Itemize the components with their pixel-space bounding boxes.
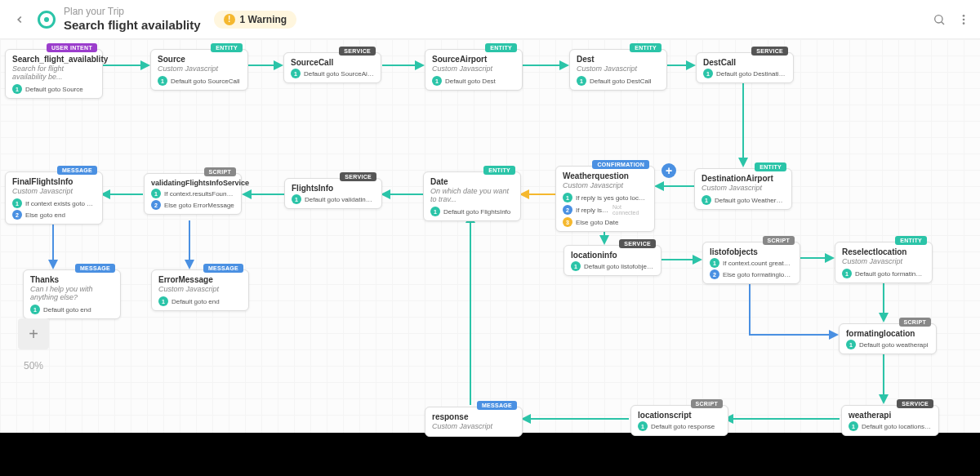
tag-message: MESSAGE (203, 264, 243, 273)
node-dest[interactable]: ENTITY Dest Custom Javascript 1Default g… (569, 49, 667, 91)
flow-canvas[interactable]: USER INTENT Search_flight_availablity Se… (0, 39, 980, 433)
node-title: Reselectlocation (842, 247, 925, 256)
header: Plan your Trip Search flight availablity… (0, 0, 980, 39)
node-destcall[interactable]: SERVICE DestCall 1Default goto Destinati… (696, 52, 794, 83)
node-sourceairport[interactable]: ENTITY SourceAirport Custom Javascript 1… (425, 49, 523, 91)
node-subtitle: Custom Javascript (563, 181, 648, 189)
node-errormessage[interactable]: MESSAGE ErrorMessage Custom Javascript 1… (151, 269, 249, 311)
tag-message: MESSAGE (477, 401, 517, 410)
node-subtitle: Custom Javascript (432, 422, 515, 430)
node-row[interactable]: 1Default goto validatingFlightsInfoServi… (292, 194, 375, 205)
node-subtitle: Custom Javascript (702, 184, 785, 192)
tag-entity: ENTITY (211, 43, 243, 52)
node-title: Dest (577, 55, 660, 64)
node-title: SourceAirport (432, 55, 515, 64)
node-thanks[interactable]: MESSAGE Thanks Can I help you with anyth… (23, 269, 121, 319)
node-title: Date (430, 177, 514, 186)
node-title: DestinationAirport (702, 174, 785, 183)
tag-user-intent: USER INTENT (47, 43, 97, 52)
node-row[interactable]: 1Default goto FlightsInfo (430, 206, 514, 217)
warning-text: 1 Warning (240, 14, 287, 25)
tag-script: SCRIPT (204, 167, 236, 176)
node-row[interactable]: 1If context.resultsFound equals to true … (151, 188, 234, 199)
tag-script: SCRIPT (763, 236, 795, 245)
node-title: formatinglocation (846, 329, 929, 338)
node-row[interactable]: 1Default goto DestCall (577, 75, 660, 87)
add-node-button[interactable]: + (662, 163, 676, 178)
tag-confirmation: CONFIRMATION (592, 160, 649, 169)
node-row[interactable]: 1If context.count greater than 1 goto Re… (710, 257, 793, 269)
tag-service: SERVICE (897, 399, 933, 408)
node-formatinglocation[interactable]: SCRIPT formatinglocation 1Default goto w… (839, 323, 937, 354)
bottom-black-bar (0, 433, 980, 476)
node-row[interactable]: 1Default goto Weatherquestion (702, 194, 785, 206)
svg-line-1 (942, 21, 944, 24)
node-row[interactable]: 2If reply is noNot connected (563, 203, 648, 216)
tag-service: SERVICE (340, 172, 376, 181)
node-subtitle: Custom Javascript (842, 257, 925, 265)
svg-point-3 (963, 18, 965, 20)
node-row[interactable]: 1Default goto weatherapi (846, 339, 929, 350)
tag-message: MESSAGE (75, 264, 115, 273)
node-flightsinfo[interactable]: SERVICE FlightsInfo 1Default goto valida… (284, 178, 382, 209)
tag-entity: ENTITY (895, 236, 927, 245)
warning-pill[interactable]: ! 1 Warning (214, 11, 297, 29)
node-row[interactable]: 1If reply is yes goto locationinfo (563, 192, 648, 203)
node-title: FlightsInfo (292, 184, 375, 193)
node-row[interactable]: 1Default goto SourceAirport (291, 68, 374, 79)
node-row[interactable]: 2Else goto end (12, 209, 96, 220)
node-source[interactable]: ENTITY Source Custom Javascript 1Default… (150, 49, 248, 91)
node-row[interactable]: 1Default goto response (638, 420, 721, 432)
node-title: Search_flight_availablity (12, 55, 96, 64)
node-title: SourceCall (291, 58, 374, 67)
title-block: Plan your Trip Search flight availablity (64, 6, 201, 32)
node-row[interactable]: 1Default goto end (30, 304, 114, 315)
node-row[interactable]: 1Default goto formatinglocation (842, 268, 925, 279)
zoom-in-button[interactable]: + (18, 318, 49, 349)
search-icon[interactable] (933, 13, 946, 26)
node-row[interactable]: 1Default goto locationscript (849, 420, 932, 432)
svg-point-2 (963, 15, 965, 17)
tag-service: SERVICE (339, 47, 376, 56)
node-row[interactable]: 2Else goto ErrorMessage (151, 199, 234, 211)
node-row[interactable]: 1Default goto Source (12, 83, 96, 95)
tag-message: MESSAGE (57, 166, 97, 175)
node-row[interactable]: 1Default goto DestinationAirport (703, 68, 786, 79)
node-row[interactable]: 1If context exists goto Thanks (12, 198, 96, 209)
node-weatherapi[interactable]: SERVICE weatherapi 1Default goto locatio… (841, 405, 939, 436)
node-title: ErrorMessage (158, 275, 242, 284)
page-title: Search flight availablity (64, 18, 201, 33)
node-intent[interactable]: USER INTENT Search_flight_availablity Se… (5, 49, 103, 99)
node-row[interactable]: 1Default goto SourceCall (158, 75, 241, 87)
tag-script: SCRIPT (691, 399, 723, 408)
tag-script: SCRIPT (899, 318, 931, 327)
node-row[interactable]: 1Default goto listofobjects (571, 260, 654, 272)
node-reselectlocation[interactable]: ENTITY Reselectlocation Custom Javascrip… (835, 242, 933, 283)
node-subtitle: On which date you want to trav... (430, 187, 514, 203)
node-row[interactable]: 2Else goto formatinglocation (710, 269, 793, 280)
node-response[interactable]: MESSAGE response Custom Javascript (425, 407, 523, 437)
tag-service: SERVICE (619, 239, 656, 248)
node-row[interactable]: 1Default goto end (158, 296, 242, 307)
node-listofobjects[interactable]: SCRIPT listofobjects 1If context.count g… (702, 242, 800, 284)
zoom-controls: + 50% (18, 318, 49, 377)
more-icon[interactable] (957, 13, 970, 26)
node-title: weatherapi (849, 411, 932, 420)
tag-entity: ENTITY (755, 162, 786, 171)
back-button[interactable] (10, 10, 29, 29)
node-destairport[interactable]: ENTITY DestinationAirport Custom Javascr… (694, 168, 792, 210)
node-finalflights[interactable]: MESSAGE FinalFlightsInfo Custom Javascri… (5, 171, 103, 225)
node-subtitle: Custom Javascript (158, 285, 242, 293)
node-weatherquestion[interactable]: CONFIRMATION Weatherquestion Custom Java… (555, 166, 655, 232)
node-validating[interactable]: SCRIPT validatingFlightsInfoService 1If … (144, 173, 242, 215)
node-locationinfo[interactable]: SERVICE locationinfo 1Default goto listo… (564, 245, 662, 276)
node-sourcecall[interactable]: SERVICE SourceCall 1Default goto SourceA… (283, 52, 381, 83)
node-locationscript[interactable]: SCRIPT locationscript 1Default goto resp… (630, 405, 728, 436)
node-date[interactable]: ENTITY Date On which date you want to tr… (423, 171, 521, 221)
tag-service: SERVICE (751, 47, 788, 56)
zoom-level[interactable]: 50% (18, 354, 49, 377)
breadcrumb[interactable]: Plan your Trip (64, 6, 201, 17)
node-row[interactable]: 1Default goto Dest (432, 75, 515, 87)
tag-entity: ENTITY (630, 43, 662, 52)
node-row[interactable]: 3Else goto Date (563, 216, 648, 228)
